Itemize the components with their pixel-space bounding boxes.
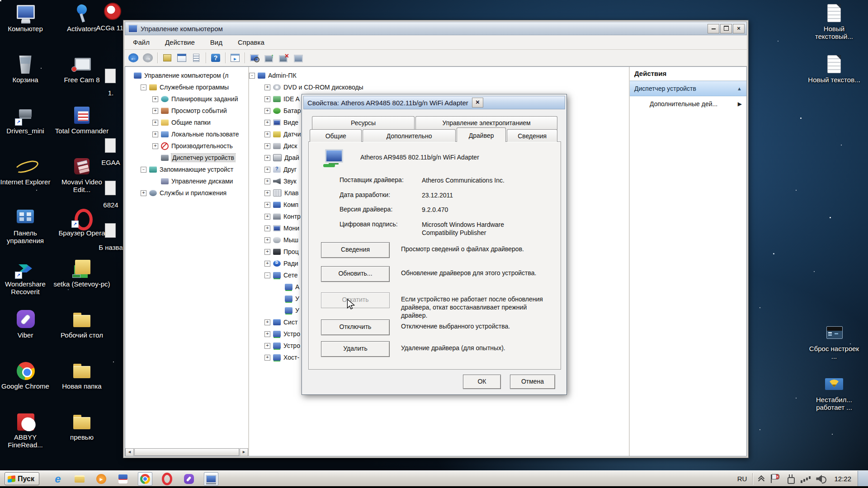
expander-icon[interactable] xyxy=(152,108,158,114)
ok-button[interactable]: ОК xyxy=(463,375,501,389)
expander-icon[interactable] xyxy=(264,143,270,149)
tray-icon[interactable] xyxy=(784,474,796,484)
toolbar-icon[interactable] xyxy=(206,52,206,63)
expander-icon[interactable] xyxy=(264,120,270,126)
tree-item[interactable]: Управление дисками xyxy=(125,175,248,187)
expander-icon[interactable] xyxy=(264,225,270,231)
expander-icon[interactable] xyxy=(264,237,270,243)
quick-launch-icon[interactable] xyxy=(116,473,130,485)
desktop-icon[interactable]: превью xyxy=(53,412,110,450)
quick-launch-icon[interactable] xyxy=(138,472,152,486)
driver-action-button[interactable]: Удалить xyxy=(321,341,390,357)
device-tree-item[interactable]: DVD и CD-ROM дисководы xyxy=(249,81,629,93)
minimize-button[interactable] xyxy=(708,24,719,33)
close-button[interactable]: × xyxy=(733,24,745,33)
toolbar-icon[interactable] xyxy=(293,53,303,62)
tree-item[interactable]: Просмотр событий xyxy=(125,105,248,117)
tray-icon[interactable] xyxy=(769,474,781,484)
driver-action-button[interactable]: Отключить xyxy=(321,319,390,335)
expander-icon[interactable] xyxy=(264,249,270,255)
tray-icon[interactable] xyxy=(815,474,827,484)
dialog-close-icon[interactable]: × xyxy=(472,98,483,108)
quick-launch-icon[interactable] xyxy=(182,473,196,485)
toolbar-icon[interactable] xyxy=(143,53,153,62)
expander-icon[interactable] xyxy=(264,261,270,267)
dialog-titlebar[interactable]: Свойства: Atheros AR9485 802.11b/g/n WiF… xyxy=(303,96,565,109)
desktop-icon[interactable]: 1. xyxy=(94,68,127,97)
tab[interactable]: Дополнительно xyxy=(363,129,455,142)
collapse-arrow-icon[interactable]: ▲ xyxy=(737,86,742,91)
expander-icon[interactable] xyxy=(264,319,270,325)
quick-launch-icon[interactable] xyxy=(160,473,174,485)
desktop-icon[interactable]: setka (Setevoy-pc) xyxy=(53,259,110,297)
quick-launch-icon[interactable] xyxy=(204,472,218,486)
hidden-icons-chevron[interactable] xyxy=(758,476,764,482)
toolbar-icon[interactable] xyxy=(191,53,201,62)
expander-icon[interactable] xyxy=(152,131,158,137)
maximize-button[interactable] xyxy=(720,24,732,33)
expander-icon[interactable] xyxy=(264,108,270,114)
expander-icon[interactable] xyxy=(264,131,270,137)
expander-icon[interactable] xyxy=(264,84,270,90)
tree-item[interactable]: Запоминающие устройст xyxy=(125,164,248,175)
desktop-icon[interactable]: Б назва xyxy=(94,222,127,251)
toolbar-icon[interactable] xyxy=(278,53,288,62)
cancel-button[interactable]: Отмена xyxy=(510,375,555,389)
desktop-icon[interactable]: Viber xyxy=(0,310,51,348)
desktop-icon[interactable]: Internet Explorer xyxy=(0,157,51,195)
tab[interactable]: Драйвер xyxy=(457,127,506,142)
expander-icon[interactable] xyxy=(264,343,270,349)
desktop-icon[interactable]: Корзина xyxy=(0,55,51,93)
tree-item[interactable]: Локальные пользовате xyxy=(125,128,248,140)
actions-device-manager-item[interactable]: Диспетчер устройств ▲ xyxy=(630,81,746,96)
desktop-icon[interactable]: Робочий стол xyxy=(53,310,110,348)
expander-icon[interactable] xyxy=(152,143,158,149)
language-indicator[interactable]: RU xyxy=(732,475,753,483)
scrollbar-thumb[interactable] xyxy=(134,448,239,456)
tab[interactable]: Общие xyxy=(310,129,362,142)
expander-icon[interactable] xyxy=(249,73,255,79)
desktop-icon[interactable]: Google Chrome xyxy=(0,361,51,399)
desktop-icon[interactable]: Нестабил... работает ... xyxy=(807,375,861,413)
device-tree-item[interactable]: Admin-ПК xyxy=(249,70,629,81)
toolbar-icon[interactable] xyxy=(250,53,259,62)
tree-item[interactable]: Служебные программы xyxy=(125,81,248,93)
tab[interactable]: Ресурсы xyxy=(312,116,415,130)
menu-item[interactable]: Действие xyxy=(165,38,195,46)
desktop-icon[interactable]: Новый текстов... xyxy=(807,55,861,93)
menu-item[interactable]: Вид xyxy=(210,38,222,46)
desktop-icon[interactable]: Компьютер xyxy=(0,4,51,42)
tree-item[interactable]: Управление компьютером (л xyxy=(125,70,248,81)
tree-item[interactable]: Диспетчер устройств xyxy=(125,152,248,164)
expander-icon[interactable] xyxy=(264,190,270,196)
menu-item[interactable]: Файл xyxy=(133,38,150,46)
desktop-icon[interactable]: EGAA xyxy=(94,137,127,166)
scroll-right-icon[interactable]: ► xyxy=(240,448,248,456)
desktop-icon[interactable]: Панель управления xyxy=(0,208,51,246)
expander-icon[interactable] xyxy=(141,84,146,90)
expander-icon[interactable] xyxy=(264,167,270,173)
quick-launch-icon[interactable] xyxy=(73,473,86,485)
toolbar-icon[interactable] xyxy=(128,53,138,62)
scroll-left-icon[interactable]: ◄ xyxy=(125,448,134,456)
toolbar-icon[interactable] xyxy=(157,52,158,63)
toolbar-icon[interactable] xyxy=(177,53,187,62)
toolbar-icon[interactable] xyxy=(264,53,274,62)
expander-icon[interactable] xyxy=(264,331,270,337)
driver-action-button[interactable]: Обновить... xyxy=(321,266,390,282)
desktop-icon[interactable]: Новая папка xyxy=(53,361,110,399)
tree-item[interactable]: Производительность xyxy=(125,140,248,152)
quick-launch-icon[interactable] xyxy=(51,473,65,485)
quick-launch-icon[interactable] xyxy=(94,473,108,485)
expander-icon[interactable] xyxy=(141,190,146,196)
toolbar-icon[interactable] xyxy=(211,53,221,62)
desktop-icon[interactable]: ABBYY FineRead... xyxy=(0,412,51,450)
expander-icon[interactable] xyxy=(152,96,158,102)
tray-icon[interactable] xyxy=(800,474,811,484)
tab[interactable]: Сведения xyxy=(507,129,557,142)
expander-icon[interactable] xyxy=(141,167,146,173)
tree-item[interactable]: Службы и приложения xyxy=(125,187,248,199)
toolbar-icon[interactable] xyxy=(245,52,245,63)
expander-icon[interactable] xyxy=(264,272,270,278)
desktop-icon[interactable]: Сброс настроек ... xyxy=(807,324,861,361)
